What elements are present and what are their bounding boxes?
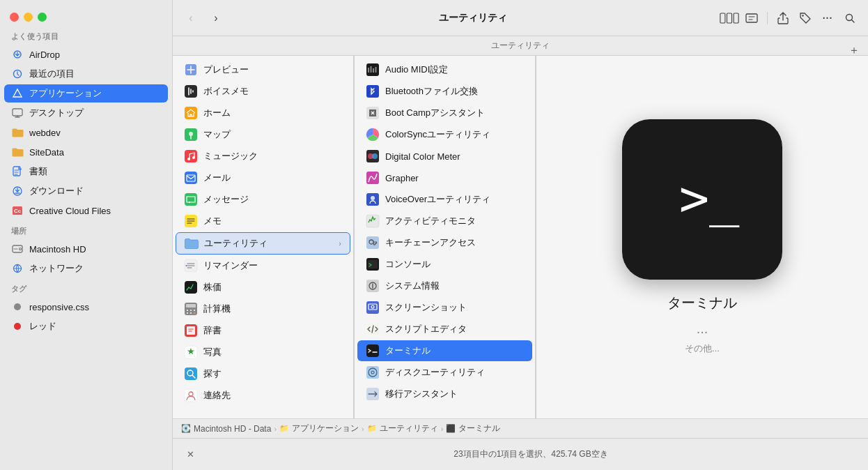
file-item-terminal[interactable]: ターミナル	[357, 340, 532, 361]
file-name: Digital Color Meter	[385, 151, 460, 162]
sidebar-item-tag-red[interactable]: レッド	[4, 317, 168, 335]
file-item-sysinfo[interactable]: システム情報	[357, 275, 532, 296]
tag-button[interactable]	[796, 8, 815, 28]
console-icon	[366, 257, 380, 271]
preview-app-icon	[184, 63, 198, 77]
breadcrumb-terminal[interactable]: ⬛ ターミナル	[446, 423, 500, 434]
svg-rect-2	[13, 109, 22, 116]
svg-rect-51	[371, 66, 372, 73]
file-item-calculator[interactable]: 計算機	[176, 298, 350, 319]
sidebar-item-label: ダウンロード	[29, 185, 84, 197]
columns-view-button[interactable]	[720, 8, 739, 28]
file-item-diskutil[interactable]: ディスクユーティリティ	[357, 362, 532, 383]
file-item-activity[interactable]: アクティビティモニタ	[357, 211, 532, 232]
file-item-digitalcolor[interactable]: Digital Color Meter	[357, 146, 532, 167]
file-name: システム情報	[385, 280, 440, 292]
file-item-colorsync[interactable]: ColorSyncユーティリティ	[357, 124, 532, 145]
file-item-find[interactable]: 探す	[176, 363, 350, 384]
file-name: メール	[203, 172, 231, 184]
file-item-grapher[interactable]: Grapher	[357, 167, 532, 188]
status-close-button[interactable]: ✕	[184, 448, 196, 461]
svg-rect-42	[187, 326, 195, 335]
sidebar-item-label: responsive.css	[29, 302, 89, 312]
view-options-button[interactable]	[742, 8, 761, 28]
sidebar-item-label: 書類	[29, 165, 47, 178]
file-item-home[interactable]: ホーム	[176, 103, 350, 123]
sidebar-item-recents[interactable]: 最近の項目	[4, 65, 168, 83]
file-item-stocks[interactable]: 株価	[176, 277, 350, 298]
bluetooth-icon	[366, 84, 380, 98]
file-item-migration[interactable]: 移行アシスタント	[357, 384, 532, 404]
file-item-mail[interactable]: メール	[176, 167, 350, 188]
sidebar-item-webdev[interactable]: webdev	[4, 123, 168, 142]
file-item-dictionary[interactable]: 辞書	[176, 320, 350, 341]
toolbar: ‹ › ユーティリティ	[173, 0, 868, 36]
breadcrumb-applications[interactable]: 📁 アプリケーション	[279, 423, 359, 434]
sidebar-item-applications[interactable]: アプリケーション	[4, 84, 168, 103]
svg-rect-14	[734, 13, 738, 23]
file-name: スクリーンショット	[385, 301, 467, 314]
sidebar-item-downloads[interactable]: ダウンロード	[4, 182, 168, 200]
share-button[interactable]	[773, 8, 793, 28]
sidebar-item-creative[interactable]: Cc Creative Cloud Files	[4, 202, 168, 220]
search-button[interactable]	[840, 8, 860, 28]
breadcrumb-macintosh[interactable]: 💽 Macintosh HD - Data	[181, 424, 271, 434]
sidebar-item-documents[interactable]: 書類	[4, 162, 168, 181]
file-item-photos[interactable]: 写真	[176, 342, 350, 363]
file-item-bluetooth[interactable]: Bluetoothファイル交換	[357, 81, 532, 102]
file-item-contacts[interactable]: 連絡先	[176, 385, 350, 406]
file-item-screenshot[interactable]: スクリーンショット	[357, 297, 532, 318]
sidebar-item-label: アプリケーション	[29, 87, 102, 100]
more-options-button[interactable]: ···	[818, 8, 837, 28]
column-header: ユーティリティ	[173, 40, 868, 52]
sidebar-item-network[interactable]: ネットワーク	[4, 259, 168, 278]
svg-rect-23	[185, 150, 197, 162]
svg-point-8	[20, 248, 22, 250]
file-name: Bluetoothファイル交換	[385, 85, 478, 98]
file-item-audiomidi[interactable]: Audio MIDI設定	[357, 59, 532, 80]
sidebar-item-sitedata[interactable]: SiteData	[4, 143, 168, 161]
disk-small-icon: 💽	[181, 424, 191, 433]
file-item-voicememo[interactable]: ボイスメモ	[176, 81, 350, 102]
file-item-music[interactable]: ミュージック	[176, 146, 350, 167]
svg-rect-20	[185, 107, 197, 119]
file-item-reminders[interactable]: リマインダー	[176, 255, 350, 276]
file-name: ボイスメモ	[203, 85, 249, 98]
breadcrumb-utilities[interactable]: 📁 ユーティリティ	[367, 423, 438, 434]
svg-point-38	[187, 312, 188, 314]
file-item-preview[interactable]: プレビュー	[176, 59, 350, 80]
add-button[interactable]: ＋	[846, 42, 862, 59]
maximize-button[interactable]	[38, 13, 47, 22]
file-name: ディスクユーティリティ	[385, 366, 485, 379]
svg-rect-53	[375, 67, 377, 73]
file-item-memo[interactable]: メモ	[176, 211, 350, 232]
keychain-icon	[366, 236, 380, 250]
file-item-maps[interactable]: マップ	[176, 124, 350, 145]
breadcrumb-sep-2: ›	[362, 425, 364, 433]
sidebar-item-label: SiteData	[29, 147, 64, 158]
back-button[interactable]: ‹	[181, 8, 201, 28]
file-item-voiceover[interactable]: VoiceOverユーティリティ	[357, 189, 532, 210]
sidebar-item-desktop[interactable]: デスクトップ	[4, 104, 168, 122]
close-button[interactable]	[10, 13, 19, 22]
file-item-messages[interactable]: メッセージ	[176, 189, 350, 210]
file-name: コンソール	[385, 258, 431, 271]
sidebar-item-tag-responsive[interactable]: responsive.css	[4, 298, 168, 316]
minimize-button[interactable]	[24, 13, 33, 22]
dictionary-icon	[184, 324, 198, 338]
migration-icon	[366, 387, 380, 401]
sidebar-item-airdrop[interactable]: AirDrop	[4, 45, 168, 63]
file-item-console[interactable]: コンソール	[357, 254, 532, 275]
file-item-keychain[interactable]: キーチェーンアクセス	[357, 232, 532, 253]
file-name: アクティビティモニタ	[385, 215, 476, 227]
svg-point-24	[187, 158, 190, 160]
file-item-bootcamp[interactable]: Boot Campアシスタント	[357, 103, 532, 123]
file-name: ミュージック	[203, 150, 258, 162]
status-bar: ✕ 23項目中の1項目を選択、425.74 GB空き	[173, 438, 868, 470]
sysinfo-icon	[366, 279, 380, 293]
sidebar-item-macintosh[interactable]: Macintosh HD	[4, 240, 168, 258]
sidebar-item-label: レッド	[29, 320, 56, 333]
file-item-utilities[interactable]: ユーティリティ ›	[176, 232, 350, 255]
file-item-scriptedit[interactable]: スクリプトエディタ	[357, 319, 532, 340]
forward-button[interactable]: ›	[206, 8, 226, 28]
